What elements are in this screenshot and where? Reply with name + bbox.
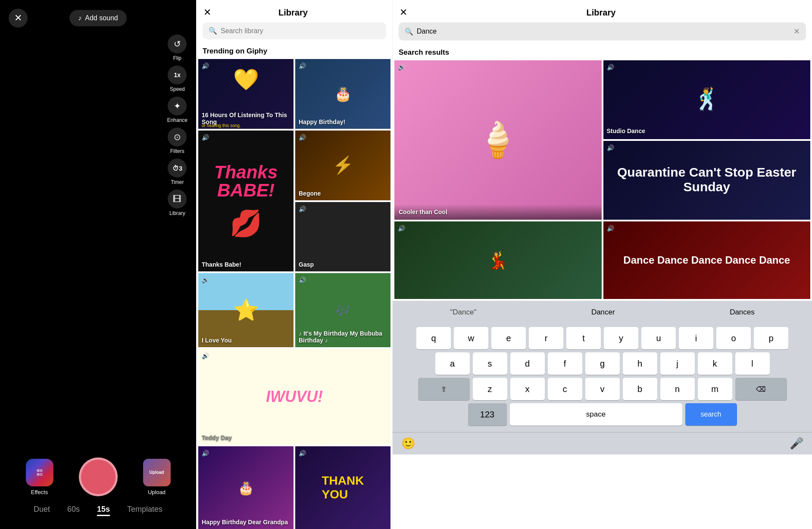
key-r[interactable]: r xyxy=(529,327,563,349)
emoji-button[interactable]: 🙂 xyxy=(401,437,415,450)
left-bottom: ⊞⊟⊞⊡ Effects Upload Upload Duet 60s 15s … xyxy=(0,449,196,529)
tab-15s[interactable]: 15s xyxy=(97,505,110,516)
key-v[interactable]: v xyxy=(585,378,620,400)
gif-kids-dance[interactable]: 🔊 💃 xyxy=(394,221,602,299)
flip-label: Flip xyxy=(173,55,181,61)
gif-dance-dance[interactable]: 🔊 Dance Dance Dance Dance Dance xyxy=(603,221,811,299)
keyboard-row-2: a s d f g h j k l xyxy=(394,352,810,375)
suggestion-dancer[interactable]: Dancer xyxy=(584,306,622,318)
middle-gif-grid: 🔊 💛 16 Hours Of Listening To This Song o… xyxy=(197,59,392,529)
add-sound-button[interactable]: ♪ Add sound xyxy=(69,10,127,26)
gif-studio-dance[interactable]: 🔊 🕺 Studio Dance xyxy=(603,60,811,139)
clear-search-icon[interactable]: ✕ xyxy=(793,27,800,36)
keyboard-row-3: ⇧ z x c v b n m ⌫ xyxy=(394,378,810,400)
sound-icon: 🔊 xyxy=(299,205,306,212)
key-q[interactable]: q xyxy=(416,327,451,349)
gif-begone[interactable]: 🔊 ⚡ Begone xyxy=(295,131,390,200)
top-bar: ✕ ♪ Add sound xyxy=(0,0,196,32)
gif-thankyou[interactable]: 🔊 THANKYOU xyxy=(295,446,390,529)
middle-search-input[interactable] xyxy=(221,27,380,35)
key-backspace[interactable]: ⌫ xyxy=(735,378,787,400)
emoji-bar: 🙂 🎤 xyxy=(393,432,812,454)
library-icon: 🎞 xyxy=(168,190,187,208)
key-f[interactable]: f xyxy=(548,352,582,375)
effects-item[interactable]: ⊞⊟⊞⊡ Effects xyxy=(26,459,53,495)
gif-16hours[interactable]: 🔊 💛 16 Hours Of Listening To This Song o… xyxy=(198,59,294,129)
gif-birthday[interactable]: 🔊 🎂 Happy Birthday! xyxy=(295,59,390,129)
key-space[interactable]: space xyxy=(510,403,682,426)
keyboard-row-1: q w e r t y u i o p xyxy=(394,327,810,349)
gif-patrick[interactable]: 🔊 ⭐ I Love You xyxy=(198,273,294,347)
tool-enhance[interactable]: ✦ Enhance xyxy=(167,96,187,123)
middle-close-button[interactable]: ✕ xyxy=(203,7,211,18)
sound-icon: 🔊 xyxy=(299,450,306,457)
key-x[interactable]: x xyxy=(510,378,545,400)
close-button[interactable]: ✕ xyxy=(9,9,28,28)
gif-southpark-label: ♪ It's My Birthday My Bububa Birthday ♪ xyxy=(299,330,390,344)
key-t[interactable]: t xyxy=(566,327,601,349)
tab-60s[interactable]: 60s xyxy=(67,505,80,516)
key-p[interactable]: p xyxy=(754,327,788,349)
sound-icon: 🔊 xyxy=(202,62,209,69)
sound-icon: 🔊 xyxy=(299,134,306,141)
thanks-babe-label: Thanks Babe! xyxy=(202,261,241,268)
tool-flip[interactable]: ↺ Flip xyxy=(168,34,187,61)
key-b[interactable]: b xyxy=(623,378,657,400)
gif-grandpa-label: Happy Birthday Dear Grandpa xyxy=(202,519,288,526)
tab-duet[interactable]: Duet xyxy=(34,505,50,516)
sound-icon: 🔊 xyxy=(607,144,614,151)
search-icon: 🔍 xyxy=(209,27,217,35)
key-y[interactable]: y xyxy=(604,327,638,349)
right-close-button[interactable]: ✕ xyxy=(400,7,407,18)
gif-cooler[interactable]: 🔊 🍦 Cooler than Cool xyxy=(394,60,602,220)
key-i[interactable]: i xyxy=(679,327,713,349)
key-n[interactable]: n xyxy=(660,378,695,400)
gif-cooler-label: Cooler than Cool xyxy=(399,208,597,215)
key-a[interactable]: a xyxy=(435,352,470,375)
suggestion-dance-quoted[interactable]: "Dance" xyxy=(443,306,483,318)
gif-thanks-babe[interactable]: 🔊 ThanksBABE! 💋 Thanks Babe! xyxy=(198,131,294,272)
gif-studio-label: Studio Dance xyxy=(607,128,645,134)
key-numbers[interactable]: 123 xyxy=(468,403,507,426)
tool-library[interactable]: 🎞 Library xyxy=(168,190,187,216)
sound-icon: 🔊 xyxy=(299,62,306,69)
tool-speed[interactable]: 1x Speed xyxy=(168,65,187,92)
key-m[interactable]: m xyxy=(698,378,732,400)
key-u[interactable]: u xyxy=(641,327,676,349)
tool-filters[interactable]: ⊙ Filters xyxy=(168,128,187,154)
key-e[interactable]: e xyxy=(491,327,526,349)
gif-quarantine[interactable]: 🔊 Quarantine Can't Stop Easter Sunday xyxy=(603,141,811,220)
key-d[interactable]: d xyxy=(510,352,545,375)
key-o[interactable]: o xyxy=(716,327,751,349)
tool-timer[interactable]: ⏱3 Timer xyxy=(168,159,187,185)
thanks-babe-text: ThanksBABE! xyxy=(214,163,278,199)
sound-icon: 🔊 xyxy=(398,225,405,232)
right-search-input[interactable] xyxy=(417,28,790,35)
suggestion-dances[interactable]: Dances xyxy=(723,306,762,318)
tools-panel: ↺ Flip 1x Speed ✦ Enhance ⊙ Filters ⏱3 T… xyxy=(167,34,187,216)
key-l[interactable]: l xyxy=(735,352,770,375)
gif-birthday-label: Happy Birthday! xyxy=(299,118,345,125)
key-h[interactable]: h xyxy=(623,352,657,375)
key-z[interactable]: z xyxy=(473,378,507,400)
right-section-label: Search results xyxy=(393,45,812,60)
gif-grandpa[interactable]: 🔊 🎂 Happy Birthday Dear Grandpa xyxy=(198,446,294,529)
mic-button[interactable]: 🎤 xyxy=(790,437,803,450)
gif-gasp[interactable]: 🔊 Gasp xyxy=(295,202,390,272)
gif-teddy[interactable]: 🔊 IWUVU! Teddy Day xyxy=(198,349,390,445)
key-k[interactable]: k xyxy=(698,352,732,375)
key-s[interactable]: s xyxy=(473,352,507,375)
key-shift[interactable]: ⇧ xyxy=(418,378,470,400)
key-j[interactable]: j xyxy=(660,352,695,375)
key-g[interactable]: g xyxy=(585,352,620,375)
key-search[interactable]: search xyxy=(685,403,737,426)
middle-search-bar[interactable]: 🔍 xyxy=(203,22,386,39)
right-gif-grid: 🔊 🍦 Cooler than Cool 🔊 🕺 Studio Dance 🔊 … xyxy=(393,60,812,301)
key-c[interactable]: c xyxy=(548,378,582,400)
tab-templates[interactable]: Templates xyxy=(127,505,162,516)
right-search-bar[interactable]: 🔍 ✕ xyxy=(399,22,806,40)
key-w[interactable]: w xyxy=(454,327,488,349)
record-button[interactable] xyxy=(79,457,118,496)
upload-item[interactable]: Upload Upload xyxy=(143,459,171,495)
gif-southpark[interactable]: 🔊 🎶 ♪ It's My Birthday My Bububa Birthda… xyxy=(295,273,390,347)
